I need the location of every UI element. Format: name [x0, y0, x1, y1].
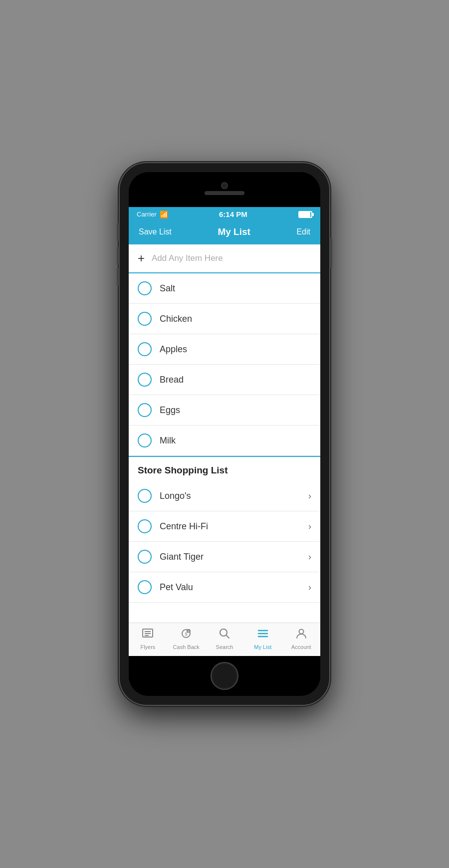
chevron-right-icon: ›: [308, 521, 311, 532]
my-list-icon: [257, 628, 269, 642]
list-item[interactable]: Chicken: [129, 304, 320, 334]
store-list-item[interactable]: Giant Tiger ›: [129, 542, 320, 572]
store-label: Longo's: [160, 491, 308, 501]
list-item[interactable]: Milk: [129, 426, 320, 456]
home-button[interactable]: [211, 662, 238, 690]
store-checkbox[interactable]: [138, 519, 152, 533]
battery-fill: [299, 212, 310, 217]
chevron-right-icon: ›: [308, 491, 311, 501]
flyers-icon: [142, 628, 154, 642]
store-checkbox[interactable]: [138, 489, 152, 503]
svg-text:$: $: [185, 632, 188, 637]
item-checkbox[interactable]: [138, 312, 152, 326]
edit-button[interactable]: Edit: [296, 227, 310, 236]
store-list-item[interactable]: Centre Hi-Fi ›: [129, 511, 320, 542]
save-list-button[interactable]: Save List: [139, 227, 172, 236]
add-plus-icon: +: [138, 251, 145, 265]
tab-bar: Flyers $ $ Cash Back: [129, 623, 320, 656]
cash-back-icon: $ $: [180, 628, 192, 642]
tab-flyers[interactable]: Flyers: [129, 623, 167, 656]
store-list-item[interactable]: Pet Valu ›: [129, 572, 320, 603]
add-item-bar[interactable]: + Add Any Item Here: [129, 244, 320, 273]
list-item[interactable]: Eggs: [129, 395, 320, 426]
item-label: Bread: [160, 375, 311, 385]
speaker: [205, 191, 244, 195]
item-label: Apples: [160, 344, 311, 355]
tab-flyers-label: Flyers: [140, 644, 155, 650]
item-checkbox[interactable]: [138, 434, 152, 447]
search-icon: [219, 628, 230, 642]
store-checkbox[interactable]: [138, 550, 152, 564]
screen: Carrier 📶 6:14 PM Save List My List Edit…: [129, 207, 320, 656]
item-label: Milk: [160, 435, 311, 446]
tab-my-list[interactable]: My List: [243, 623, 282, 656]
list-item[interactable]: Apples: [129, 334, 320, 365]
item-checkbox[interactable]: [138, 281, 152, 295]
item-label: Chicken: [160, 314, 311, 324]
account-icon: [296, 628, 307, 642]
item-checkbox[interactable]: [138, 342, 152, 356]
store-label: Centre Hi-Fi: [160, 521, 308, 532]
battery-icon: [298, 211, 312, 218]
tab-search[interactable]: Search: [206, 623, 244, 656]
tab-my-list-label: My List: [254, 644, 271, 650]
tab-cash-back[interactable]: $ $ Cash Back: [167, 623, 206, 656]
item-checkbox[interactable]: [138, 403, 152, 417]
page-title: My List: [218, 226, 250, 237]
svg-line-9: [226, 636, 229, 639]
status-bar: Carrier 📶 6:14 PM: [129, 207, 320, 221]
item-label: Salt: [160, 283, 311, 294]
chevron-right-icon: ›: [308, 552, 311, 562]
tab-account-label: Account: [291, 644, 311, 650]
status-left: Carrier 📶: [137, 211, 168, 218]
camera: [221, 182, 228, 189]
status-time: 6:14 PM: [219, 210, 247, 218]
phone-bottom-hardware: [129, 656, 320, 696]
store-checkbox[interactable]: [138, 580, 152, 594]
tab-search-label: Search: [216, 644, 233, 650]
carrier-label: Carrier: [137, 211, 157, 218]
list-item[interactable]: Bread: [129, 365, 320, 395]
tab-cash-back-label: Cash Back: [173, 644, 200, 650]
phone-frame: Carrier 📶 6:14 PM Save List My List Edit…: [120, 163, 329, 705]
store-list-item[interactable]: Longo's ›: [129, 481, 320, 511]
status-right: [298, 211, 312, 218]
phone-top-hardware: [129, 172, 320, 207]
list-item[interactable]: Salt: [129, 273, 320, 304]
tab-account[interactable]: Account: [282, 623, 320, 656]
wifi-icon: 📶: [160, 211, 168, 218]
store-section-heading: Store Shopping List: [129, 457, 320, 481]
item-checkbox[interactable]: [138, 373, 152, 387]
shopping-list: Salt Chicken Apples Bread Eggs: [129, 273, 320, 623]
store-label: Pet Valu: [160, 582, 308, 593]
nav-bar: Save List My List Edit: [129, 221, 320, 244]
item-label: Eggs: [160, 405, 311, 416]
add-item-placeholder: Add Any Item Here: [152, 253, 223, 263]
store-label: Giant Tiger: [160, 552, 308, 562]
chevron-right-icon: ›: [308, 582, 311, 593]
svg-point-13: [299, 630, 303, 634]
